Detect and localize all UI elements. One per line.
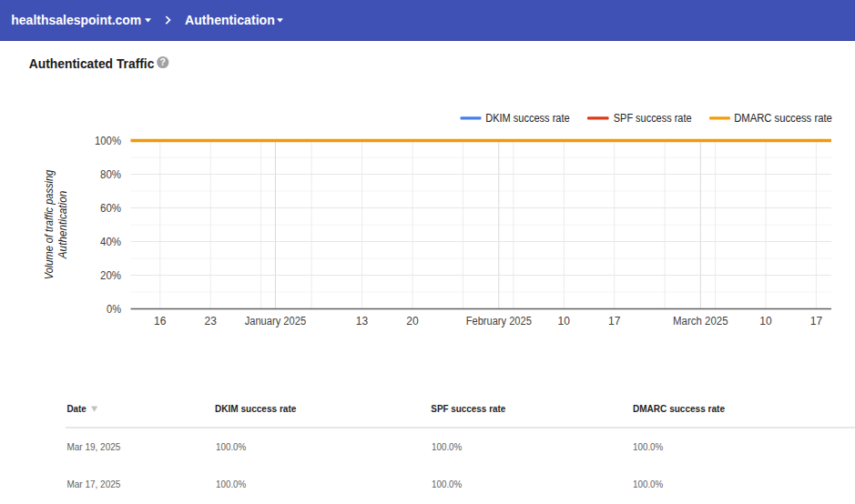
svg-text:20%: 20% — [100, 269, 121, 282]
svg-text:17: 17 — [608, 315, 621, 328]
svg-text:100.0%: 100.0% — [633, 441, 663, 452]
svg-text:80%: 80% — [100, 168, 121, 181]
svg-text:16: 16 — [154, 315, 167, 328]
svg-text:Authentication: Authentication — [185, 12, 275, 27]
svg-text:DMARC success rate: DMARC success rate — [734, 112, 832, 125]
svg-text:100.0%: 100.0% — [216, 441, 246, 452]
svg-text:DKIM success rate: DKIM success rate — [215, 403, 297, 414]
svg-text:0%: 0% — [107, 303, 121, 316]
svg-text:March 2025: March 2025 — [673, 315, 728, 328]
svg-text:100.0%: 100.0% — [216, 479, 246, 489]
svg-text:23: 23 — [205, 315, 218, 328]
svg-text:Mar 17, 2025: Mar 17, 2025 — [66, 479, 120, 489]
svg-text:Date: Date — [66, 403, 87, 414]
svg-text:Volume of traffic passing: Volume of traffic passing — [43, 169, 56, 279]
svg-text:17: 17 — [810, 315, 823, 328]
svg-text:100.0%: 100.0% — [633, 479, 663, 489]
svg-text:DKIM success rate: DKIM success rate — [485, 112, 570, 125]
svg-text:January 2025: January 2025 — [245, 315, 307, 328]
svg-text:20: 20 — [406, 315, 419, 328]
svg-text:100.0%: 100.0% — [432, 441, 462, 452]
svg-text:100%: 100% — [95, 135, 121, 147]
svg-text:Authenticated Traffic: Authenticated Traffic — [29, 55, 155, 71]
svg-text:SPF success rate: SPF success rate — [431, 403, 505, 414]
svg-text:DMARC success rate: DMARC success rate — [633, 403, 725, 414]
svg-text:40%: 40% — [100, 236, 121, 248]
svg-text:13: 13 — [356, 315, 369, 328]
svg-text:60%: 60% — [100, 202, 121, 215]
svg-text:10: 10 — [759, 315, 772, 328]
svg-text:Authentication: Authentication — [56, 190, 69, 259]
svg-text:healthsalespoint.com: healthsalespoint.com — [11, 12, 141, 27]
svg-text:10: 10 — [558, 315, 571, 328]
svg-text:?: ? — [160, 56, 166, 67]
svg-text:Mar 19, 2025: Mar 19, 2025 — [66, 441, 120, 452]
svg-text:February 2025: February 2025 — [466, 315, 532, 328]
svg-text:SPF success rate: SPF success rate — [614, 112, 692, 125]
svg-text:100.0%: 100.0% — [432, 479, 462, 489]
